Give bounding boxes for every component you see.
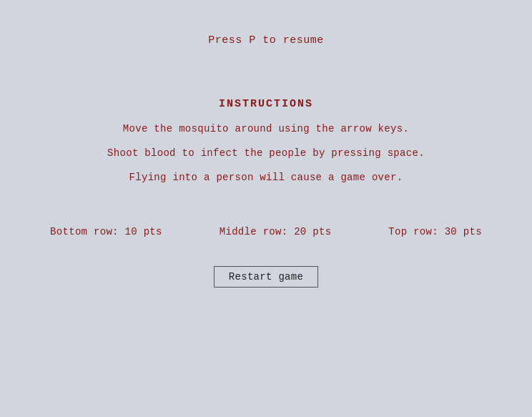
- instruction-line-1: Move the mosquito around using the arrow…: [123, 123, 409, 134]
- top-row-points: Top row: 30 pts: [388, 226, 482, 237]
- points-row: Bottom row: 10 pts Middle row: 20 pts To…: [50, 226, 482, 237]
- press-p-text: Press P to resume: [208, 34, 324, 46]
- middle-row-points: Middle row: 20 pts: [220, 226, 332, 237]
- restart-button[interactable]: Restart game: [214, 266, 318, 288]
- restart-button-container: Restart game: [214, 266, 318, 288]
- instructions-section: INSTRUCTIONS Move the mosquito around us…: [107, 98, 425, 183]
- instruction-line-2: Shoot blood to infect the people by pres…: [107, 147, 425, 159]
- instruction-line-3: Flying into a person will cause a game o…: [129, 172, 403, 183]
- bottom-row-points: Bottom row: 10 pts: [50, 226, 162, 237]
- instructions-title: INSTRUCTIONS: [219, 98, 313, 110]
